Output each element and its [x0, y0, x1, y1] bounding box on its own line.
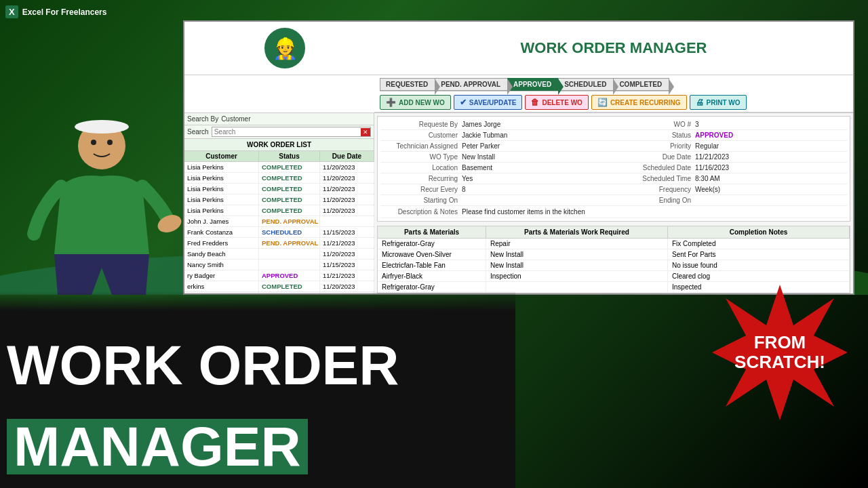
refresh-icon: 🔄 [597, 98, 608, 107]
wo-num-value: 3 [695, 121, 699, 128]
delete-wo-button[interactable]: 🗑 DELETE WO [525, 95, 588, 110]
form-wo-type: WO Type New Install [380, 152, 614, 163]
table-row[interactable]: erkins COMPLETED 11/20/2023 [184, 281, 374, 292]
starting-on-label: Starting On [380, 197, 462, 204]
search-input[interactable] [212, 127, 361, 136]
parts-col-3: Completion Notes [668, 226, 850, 238]
cell-customer: Nancy Smith [184, 260, 259, 270]
print-wo-button[interactable]: 🖨 PRINT WO [690, 95, 747, 110]
details-panel: Requeste By James Jorge Customer Jackie … [374, 113, 853, 293]
add-wo-button[interactable]: ➕ ADD NEW WO [380, 95, 451, 110]
table-row[interactable]: Frank Costanza SCHEDULED 11/15/2023 [184, 227, 374, 238]
priority-label: Priority [614, 142, 695, 150]
form-requested-by: Requeste By James Jorge [380, 119, 614, 130]
step-pend-approval[interactable]: PEND. APPROVAL [435, 78, 508, 91]
search-by-label: Search By [187, 115, 218, 123]
col-due-date: Due Date [320, 151, 374, 161]
parts-row: Microwave Oven-Silver New Install Sent F… [378, 249, 850, 260]
excel-logo: X [5, 5, 18, 18]
bottom-line2: MANAGER [7, 419, 308, 474]
svg-rect-7 [80, 123, 123, 129]
form-technician: Technician Assigned Peter Parker [380, 141, 614, 152]
scheduled-date-label: Scheduled Date [614, 164, 695, 171]
technician-value: Peter Parker [462, 142, 500, 150]
form-frequency: Frequency Week(s) [614, 184, 847, 195]
table-row[interactable]: ry Badger APPROVED 11/21/2023 [184, 270, 374, 281]
col-status: Status [259, 151, 320, 161]
step-scheduled[interactable]: SCHEDULED [558, 78, 614, 91]
parts-work: Inspection [486, 271, 668, 281]
table-row[interactable]: Lisia Perkins COMPLETED 11/20/2023 [184, 195, 374, 205]
due-date-label: Due Date [614, 153, 695, 161]
cell-due-date: 11/21/2023 [320, 270, 374, 281]
svg-point-5 [107, 140, 113, 145]
cell-status [259, 249, 320, 259]
technician-label: Technician Assigned [380, 142, 462, 150]
cell-customer: Fred Fredders [184, 238, 259, 248]
cell-status: COMPLETED [259, 205, 320, 216]
app-brand: Excel For Freelancers [22, 7, 107, 17]
cell-customer: Lisia Perkins [184, 162, 259, 172]
form-scheduled-time: Scheduled Time 8:30 AM [614, 174, 847, 184]
step-requested[interactable]: REQUESTED [380, 78, 435, 91]
cell-customer: erkins [184, 281, 259, 291]
parts-work: New Install [486, 249, 668, 260]
cell-customer: Sandy Beach [184, 249, 259, 259]
frequency-label: Frequency [614, 186, 695, 193]
form-description: Description & Notes Please find customer… [380, 206, 847, 218]
recur-every-label: Recur Every [380, 186, 462, 193]
form-starting-on: Starting On [380, 195, 614, 206]
cell-status: COMPLETED [259, 195, 320, 205]
cell-due-date: 11/15/2023 [320, 260, 374, 270]
starburst-text: FROM SCRATCH! [734, 333, 825, 371]
cell-status: COMPLETED [259, 184, 320, 194]
cell-customer: Lisia Perkins [184, 205, 259, 216]
excel-logo-x: X [9, 7, 15, 17]
cell-due-date [320, 216, 374, 226]
cell-customer: Lisia Perkins [184, 195, 259, 205]
form-recur-every: Recur Every 8 [380, 184, 614, 195]
status-label: Status [614, 131, 695, 139]
table-row[interactable]: Lisia Perkins COMPLETED 11/20/2023 [184, 173, 374, 184]
recurring-value: Yes [462, 175, 473, 182]
customer-value: Jackie Tubman [462, 131, 507, 139]
cell-customer: Lisia Perkins [184, 184, 259, 194]
step-approved[interactable]: APPROVED [507, 78, 559, 91]
parts-col-1: Parts & Materials [378, 226, 486, 238]
scheduled-date-value: 11/16/2023 [695, 164, 729, 171]
search-clear-button[interactable]: ✕ [361, 128, 370, 136]
form-wo-num: WO # 3 [614, 119, 847, 130]
requested-by-label: Requeste By [380, 121, 462, 128]
form-due-date: Due Date 11/21/2023 [614, 152, 847, 163]
desc-label: Description & Notes [380, 208, 462, 216]
create-recurring-button[interactable]: 🔄 CREATE RECURRING [591, 95, 687, 110]
recurring-label: Recurring [380, 175, 462, 182]
table-row[interactable]: Nancy Smith 11/15/2023 [184, 260, 374, 270]
cell-due-date: 11/20/2023 [320, 281, 374, 291]
cell-customer: Lisia Perkins [184, 173, 259, 183]
table-row[interactable]: John J. James PEND. APPROVAL [184, 216, 374, 227]
table-row[interactable]: Fred Fredders PEND. APPROVAL 11/21/2023 [184, 238, 374, 249]
wo-type-label: WO Type [380, 153, 462, 161]
table-row[interactable]: Lisia Perkins COMPLETED 11/20/2023 [184, 162, 374, 173]
form-recurring: Recurring Yes [380, 174, 614, 184]
ending-on-label: Ending On [614, 197, 695, 204]
search-input-label: Search [187, 128, 209, 136]
step-completed[interactable]: COMPLETED [613, 78, 669, 91]
table-row[interactable]: Lisia Perkins COMPLETED 11/20/2023 [184, 184, 374, 195]
table-row[interactable]: Lisia Perkins COMPLETED 11/20/2023 [184, 205, 374, 216]
trash-icon: 🗑 [531, 98, 539, 107]
search-row: Search By Customer [184, 113, 374, 125]
cell-status: PEND. APPROVAL [259, 216, 320, 226]
parts-row: Electricfan-Table Fan New Install No iss… [378, 260, 850, 271]
wo-type-value: New Install [462, 153, 495, 161]
save-update-button[interactable]: ✔ SAVE/UPDATE [454, 95, 523, 110]
due-date-value: 11/21/2023 [695, 153, 729, 161]
parts-col-2: Parts & Materials Work Required [486, 226, 668, 238]
table-row[interactable]: Sandy Beach 11/20/2023 [184, 249, 374, 260]
cell-status: PEND. APPROVAL [259, 238, 320, 248]
wo-num-label: WO # [614, 121, 695, 128]
cell-customer: ry Badger [184, 270, 259, 281]
parts-notes: Cleared clog [668, 271, 850, 281]
parts-item: Refrigerator-Gray [378, 239, 486, 249]
